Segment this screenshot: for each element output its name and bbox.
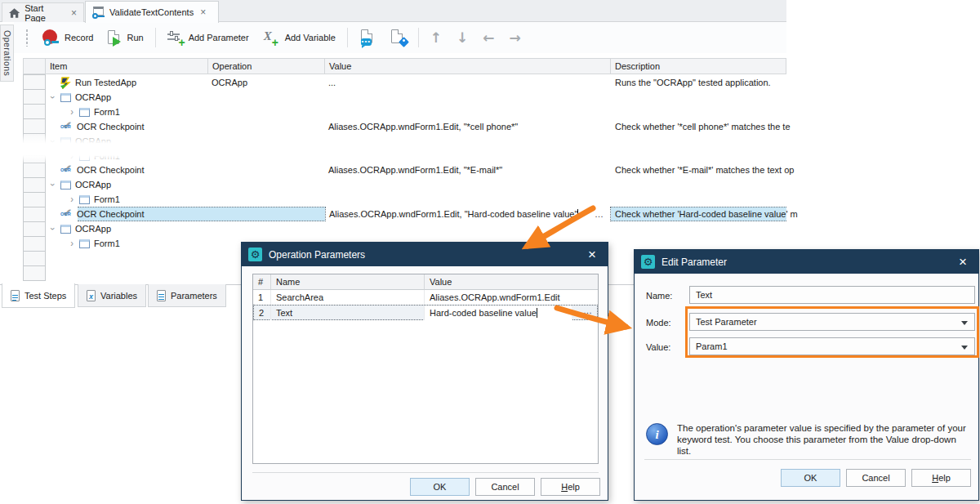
step-operation: OCRApp bbox=[210, 75, 324, 90]
indent-left-button[interactable]: ← bbox=[475, 29, 501, 46]
expander-expanded-icon[interactable]: › bbox=[46, 223, 60, 234]
step-value-editing[interactable]: Aliases.OCRApp.wndForm1.Edit, "Hard-code… bbox=[329, 209, 577, 219]
keyword-test-icon bbox=[92, 7, 105, 19]
table-row[interactable]: › OCRApp bbox=[46, 177, 786, 192]
table-row[interactable]: Run TestedApp OCRApp ... Runs the "OCRAp… bbox=[46, 75, 786, 90]
param-value-editing[interactable]: Hard-coded baseline value bbox=[430, 308, 537, 318]
record-label: Record bbox=[65, 33, 93, 42]
help-button[interactable]: Help bbox=[911, 469, 971, 487]
dialog-titlebar[interactable]: ⚙ Edit Parameter × bbox=[635, 250, 978, 274]
run-label: Run bbox=[127, 33, 143, 42]
dialog-titlebar[interactable]: ⚙ Operation Parameters × bbox=[242, 243, 608, 266]
tab-label: ValidateTextContents bbox=[109, 7, 194, 17]
add-variable-label: Add Variable bbox=[285, 33, 336, 42]
table-row[interactable]: › Form1 bbox=[46, 105, 786, 119]
fade-overlay-top bbox=[23, 133, 786, 145]
step-item-label: Run TestedApp bbox=[75, 75, 136, 90]
ellipsis-button[interactable]: … bbox=[583, 306, 592, 315]
dialog-title: Operation Parameters bbox=[269, 249, 365, 261]
add-variable-icon: X+ bbox=[264, 31, 280, 45]
ocr-checkpoint-icon: ✔OCR bbox=[60, 208, 74, 221]
edit-parameter-dialog: ⚙ Edit Parameter × Name: Text Mode: Test… bbox=[634, 249, 979, 501]
operations-panel-tab[interactable]: Operations bbox=[0, 25, 14, 82]
table-row[interactable]: ✔OCR OCR Checkpoint Aliases.OCRApp.wndFo… bbox=[46, 119, 786, 134]
step-description: Check whether '*E-mail*' matches the tex… bbox=[611, 163, 786, 177]
name-field[interactable]: Text bbox=[689, 286, 975, 304]
cancel-button[interactable]: Cancel bbox=[475, 478, 535, 496]
column-header-operation[interactable]: Operation bbox=[208, 58, 325, 74]
move-up-button[interactable]: ↑ bbox=[423, 29, 449, 46]
expander-expanded-icon[interactable]: › bbox=[46, 179, 60, 190]
toolbar-separator bbox=[155, 28, 156, 47]
column-header-num: # bbox=[253, 274, 271, 290]
table-row[interactable]: › Form1 bbox=[46, 192, 786, 207]
help-button[interactable]: Help bbox=[541, 478, 600, 496]
step-item-label: OCRApp bbox=[75, 177, 111, 192]
table-row[interactable]: › OCRApp bbox=[46, 221, 786, 236]
expander-collapsed-icon[interactable]: › bbox=[66, 235, 78, 252]
step-item-label: Form1 bbox=[94, 192, 120, 207]
cancel-button[interactable]: Cancel bbox=[846, 469, 906, 487]
close-icon[interactable]: × bbox=[954, 256, 972, 269]
param-name: SearchArea bbox=[271, 290, 425, 305]
ok-button[interactable]: OK bbox=[781, 469, 840, 487]
add-variable-button[interactable]: X+ Add Variable bbox=[256, 28, 343, 48]
move-down-button[interactable]: ↓ bbox=[449, 29, 475, 46]
tab-parameters[interactable]: Parameters bbox=[148, 284, 226, 307]
dialog-separator bbox=[644, 459, 971, 460]
label-button[interactable] bbox=[383, 26, 414, 49]
param-name: Text bbox=[271, 306, 425, 320]
info-text: The operation's parameter value is speci… bbox=[677, 422, 971, 457]
tag-page-icon bbox=[390, 29, 407, 46]
step-item-label: OCR Checkpoint bbox=[77, 163, 145, 177]
comment-button[interactable]: ••• bbox=[352, 26, 383, 49]
ocr-checkpoint-icon: ✔OCR bbox=[60, 164, 74, 176]
column-header-item[interactable]: Item bbox=[46, 58, 208, 74]
comment-page-icon: ••• bbox=[359, 29, 376, 46]
ellipsis-button[interactable]: … bbox=[595, 207, 604, 221]
param-num: 2 bbox=[254, 306, 271, 320]
tab-label: Test Steps bbox=[24, 291, 66, 301]
step-item-label: OCR Checkpoint bbox=[77, 119, 145, 134]
step-description: Check whether '*cell phone*' matches the… bbox=[611, 119, 786, 134]
tab-label: Variables bbox=[100, 291, 137, 301]
toolbar-separator bbox=[347, 28, 348, 47]
toolbar-separator bbox=[418, 28, 419, 47]
run-testedapp-icon bbox=[60, 77, 73, 89]
add-parameter-button[interactable]: + Add Parameter bbox=[160, 28, 256, 48]
tab-variables[interactable]: x Variables bbox=[78, 284, 146, 307]
toolbar-grip[interactable] bbox=[25, 29, 29, 47]
column-header-value: Value bbox=[425, 274, 598, 290]
variables-icon: x bbox=[87, 290, 96, 301]
row-gutter bbox=[23, 265, 46, 281]
text-caret bbox=[537, 308, 537, 318]
tab-validatetextcontents[interactable]: ValidateTextContents × bbox=[85, 1, 219, 23]
tab-start-page[interactable]: Start Page × bbox=[2, 2, 84, 22]
mode-label: Mode: bbox=[646, 318, 671, 328]
expander-expanded-icon[interactable]: › bbox=[46, 91, 60, 103]
row-gutter bbox=[23, 89, 46, 105]
add-parameter-label: Add Parameter bbox=[189, 33, 249, 42]
tab-test-steps[interactable]: Test Steps bbox=[2, 283, 75, 308]
close-icon[interactable]: × bbox=[583, 248, 601, 261]
window-icon bbox=[79, 195, 90, 204]
table-row[interactable]: ✔OCR OCR Checkpoint Aliases.OCRApp.wndFo… bbox=[46, 163, 786, 177]
table-row[interactable]: › OCRApp bbox=[46, 90, 786, 105]
param-num: 1 bbox=[253, 290, 271, 305]
dialog-separator bbox=[252, 472, 599, 473]
record-icon bbox=[42, 29, 60, 46]
test-steps-icon bbox=[11, 290, 20, 301]
indent-right-button[interactable]: → bbox=[502, 29, 528, 46]
record-button[interactable]: Record bbox=[35, 26, 100, 49]
close-icon[interactable]: × bbox=[200, 8, 206, 16]
tab-label: Start Page bbox=[24, 3, 65, 23]
close-icon[interactable]: × bbox=[71, 9, 77, 17]
step-description: Runs the "OCRApp" tested application. bbox=[611, 75, 786, 90]
column-header-description[interactable]: Description bbox=[611, 58, 786, 74]
table-row-selected[interactable]: ✔OCR OCR Checkpoint Aliases.OCRApp.wndFo… bbox=[46, 207, 786, 221]
ok-button[interactable]: OK bbox=[410, 478, 470, 496]
run-button[interactable]: Run bbox=[100, 27, 150, 49]
window-icon bbox=[60, 181, 71, 190]
column-header-value[interactable]: Value bbox=[325, 58, 611, 74]
value-label: Value: bbox=[646, 342, 670, 352]
